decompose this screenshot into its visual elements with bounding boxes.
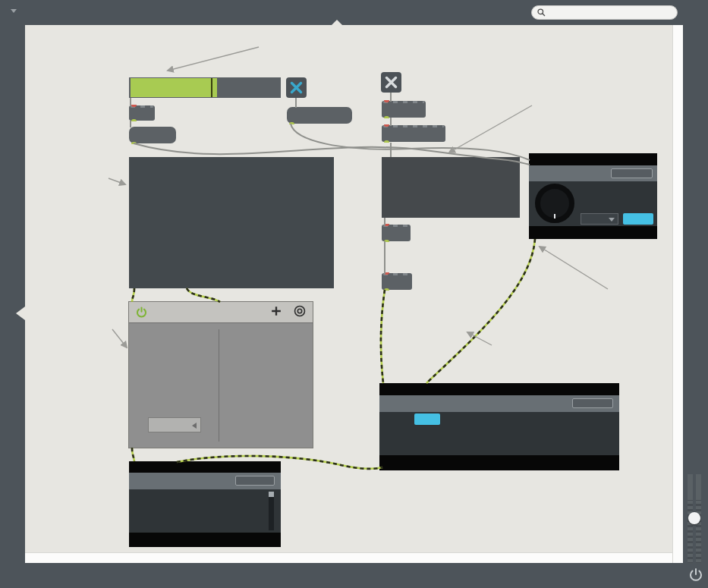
patcher-canvas[interactable] [25, 25, 683, 563]
vertical-scrollbar-gutter[interactable] [672, 25, 683, 563]
top-toolbar [0, 0, 708, 25]
lfo-waveform-dropdown[interactable] [581, 213, 618, 225]
buffer-size-numbox[interactable] [148, 417, 201, 432]
mixer-outlet-row [129, 533, 281, 547]
paint-bucket-icon[interactable] [258, 5, 274, 20]
max-patcher-window [0, 0, 708, 588]
freq-mode-button[interactable] [623, 213, 653, 225]
object-box-metro[interactable] [382, 101, 426, 118]
object-box-sig[interactable] [382, 273, 412, 290]
numbox-triangle-icon [192, 423, 197, 429]
horizontal-scrollbar-gutter[interactable] [25, 552, 672, 563]
map-mode-icon[interactable] [293, 304, 307, 318]
lfo2-outlet-row [529, 226, 657, 239]
power-icon[interactable] [687, 566, 705, 584]
mixer-header [129, 473, 281, 489]
message-box-timestretch[interactable] [287, 107, 352, 124]
oscillator-outlet-row [379, 455, 619, 470]
object-box-div12[interactable] [382, 225, 411, 241]
toolbar-notch [332, 20, 342, 25]
lfo2-main-knob[interactable] [535, 184, 574, 223]
lfo2-inlet-row [529, 153, 657, 165]
fragulator-device [129, 302, 313, 448]
add-parameter-icon[interactable] [269, 304, 283, 318]
level-meter [269, 492, 274, 530]
lfo2-header [529, 165, 657, 181]
timestretch-toggle[interactable] [286, 77, 307, 98]
lfo2-beap-module [529, 153, 657, 239]
search-icon [537, 8, 546, 17]
mixer-body [129, 489, 281, 533]
chevron-down-icon [11, 9, 17, 13]
oscillator-body [379, 412, 619, 455]
object-box-counter[interactable] [382, 125, 445, 142]
object-box-div64[interactable] [129, 105, 155, 121]
zoom-level-control[interactable] [8, 6, 17, 15]
sidebar-notch [16, 307, 25, 320]
fragulator-header [129, 302, 313, 322]
oscillator-header [379, 395, 619, 412]
oscillator-inlet-row [379, 383, 619, 395]
gain-rslider[interactable] [129, 77, 281, 98]
semi-mode-button[interactable] [414, 413, 440, 425]
fragulator-body [129, 322, 313, 448]
message-box-speed[interactable] [129, 127, 176, 143]
audio-mixer-beap-module [129, 461, 281, 547]
metro-toggle[interactable] [381, 72, 401, 93]
bottom-toolbar [0, 563, 708, 588]
playlist-object[interactable] [129, 157, 334, 288]
search-input[interactable] [546, 7, 672, 18]
itable-object[interactable] [382, 157, 520, 218]
lfo2-mute-button[interactable] [611, 168, 653, 178]
mixer-mute-button[interactable] [235, 476, 275, 486]
device-power-icon[interactable] [135, 306, 148, 319]
oscillator-beap-module [379, 383, 619, 470]
right-sidebar [683, 25, 708, 563]
lfo2-body [529, 181, 657, 226]
slider-knob[interactable] [688, 512, 700, 524]
chevron-down-icon [609, 218, 615, 222]
slider-marker [211, 78, 212, 97]
left-sidebar [0, 25, 25, 563]
oscillator-mute-button[interactable] [572, 398, 613, 408]
search-box[interactable] [531, 5, 678, 20]
slider-fill [131, 78, 217, 97]
mixer-inlet-row [129, 461, 281, 473]
